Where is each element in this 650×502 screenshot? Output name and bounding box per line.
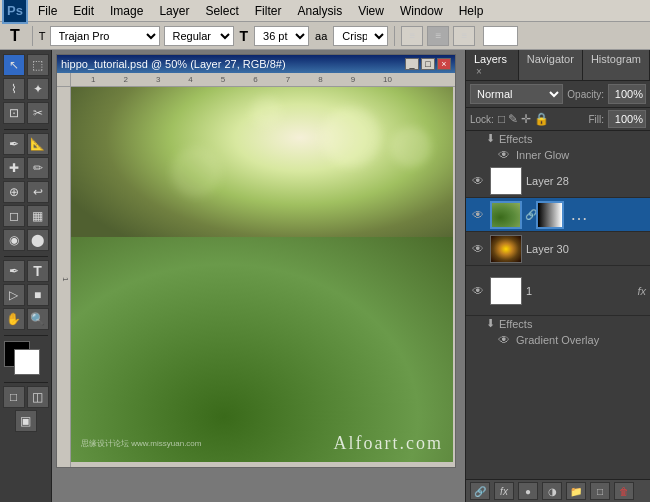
layer-30-visibility[interactable]: 👁	[470, 241, 486, 257]
menu-select[interactable]: Select	[197, 2, 246, 20]
path-select-tool[interactable]: ▷	[3, 284, 25, 306]
blur-tool[interactable]: ◉	[3, 229, 25, 251]
quick-select-tool[interactable]: ✦	[27, 78, 49, 100]
inner-glow-effect[interactable]: 👁 Inner Glow	[466, 146, 650, 164]
tool-row-9: ✒ T	[3, 260, 49, 282]
clone-tool[interactable]: ⊕	[3, 181, 25, 203]
blend-mode-select[interactable]: Normal	[470, 84, 563, 104]
maximize-button[interactable]: □	[421, 58, 435, 70]
vertical-ruler: 123456789101112	[57, 87, 71, 467]
ruler-tool[interactable]: 📐	[27, 133, 49, 155]
new-layer-button[interactable]: □	[590, 482, 610, 500]
menu-image[interactable]: Image	[102, 2, 151, 20]
menu-window[interactable]: Window	[392, 2, 451, 20]
tool-row-3: ⊡ ✂	[3, 102, 49, 124]
tab-navigator[interactable]: Navigator	[519, 50, 583, 80]
menu-view[interactable]: View	[350, 2, 392, 20]
heal-tool[interactable]: ✚	[3, 157, 25, 179]
tab-layers[interactable]: Layers ×	[466, 50, 519, 80]
eraser-tool[interactable]: ◻	[3, 205, 25, 227]
zoom-tool[interactable]: 🔍	[27, 308, 49, 330]
canvas-image: 思缘设计论坛 www.missyuan.com Alfoart.com	[71, 87, 453, 462]
move-tool[interactable]: ↖	[3, 54, 25, 76]
tab-layers-close[interactable]: ×	[476, 66, 482, 77]
gradient-overlay-effect[interactable]: 👁 Gradient Overlay	[466, 331, 650, 349]
layer-27-row[interactable]: 👁 🔗 …	[466, 198, 650, 232]
link-layers-button[interactable]: 🔗	[470, 482, 490, 500]
bokeh-1	[321, 107, 381, 167]
crop-tool[interactable]: ⊡	[3, 102, 25, 124]
canvas-area: hippo_tutorial.psd @ 50% (Layer 27, RGB/…	[52, 50, 465, 502]
opacity-input[interactable]	[608, 84, 646, 104]
delete-layer-button[interactable]: 🗑	[614, 482, 634, 500]
layer-1-visibility[interactable]: 👁	[470, 283, 486, 299]
tab-histogram[interactable]: Histogram	[583, 50, 650, 80]
background-color[interactable]	[14, 349, 40, 375]
minimize-button[interactable]: _	[405, 58, 419, 70]
standard-mode[interactable]: □	[3, 386, 25, 408]
ps-logo: Ps	[2, 0, 28, 24]
layer-30-row[interactable]: 👁 Layer 30	[466, 232, 650, 266]
menu-file[interactable]: File	[30, 2, 65, 20]
layers-panel: Layers × Navigator Histogram Normal Opac…	[465, 50, 650, 502]
text-tool-button[interactable]: T	[4, 27, 26, 45]
fill-input[interactable]	[608, 110, 646, 128]
menu-filter[interactable]: Filter	[247, 2, 290, 20]
layer-27-visibility[interactable]: 👁	[470, 207, 486, 223]
font-size-select[interactable]: 36 pt	[254, 26, 309, 46]
blend-mode-row: Normal Opacity:	[466, 81, 650, 108]
orientation-toggle[interactable]: T	[39, 30, 46, 42]
layer-27-more[interactable]: …	[570, 204, 588, 225]
slice-tool[interactable]: ✂	[27, 102, 49, 124]
layer-28-visibility[interactable]: 👁	[470, 173, 486, 189]
font-style-select[interactable]: Regular	[164, 26, 234, 46]
layer-30-name: Layer 30	[526, 243, 646, 255]
eyedropper-tool[interactable]: ✒	[3, 133, 25, 155]
menu-analysis[interactable]: Analysis	[289, 2, 350, 20]
effects-label-bottom: Effects	[499, 318, 532, 330]
tool-sep-3	[4, 335, 48, 336]
lock-position-icon[interactable]: ✛	[521, 112, 531, 126]
gradient-overlay-eye[interactable]: 👁	[496, 332, 512, 348]
layers-footer: 🔗 fx ● ◑ 📁 □ 🗑	[466, 479, 650, 502]
gradient-tool[interactable]: ▦	[27, 205, 49, 227]
ruler-numbers: 12 34 56 78 910	[71, 75, 455, 84]
menu-layer[interactable]: Layer	[151, 2, 197, 20]
align-left-button[interactable]: ≡	[401, 26, 423, 46]
hand-tool[interactable]: ✋	[3, 308, 25, 330]
font-family-select[interactable]: Trajan Pro	[50, 26, 160, 46]
text-tool[interactable]: T	[27, 260, 49, 282]
add-mask-button[interactable]: ●	[518, 482, 538, 500]
separator-1	[32, 26, 33, 46]
menu-help[interactable]: Help	[451, 2, 492, 20]
layer-effects-button[interactable]: fx	[494, 482, 514, 500]
lock-all-icon[interactable]: 🔒	[534, 112, 549, 126]
bokeh-4	[171, 147, 221, 197]
layer-28-name: Layer 28	[526, 175, 646, 187]
adjustment-layer-button[interactable]: ◑	[542, 482, 562, 500]
align-right-button[interactable]: ≡	[453, 26, 475, 46]
shape-tool[interactable]: ■	[27, 284, 49, 306]
quick-mask[interactable]: ◫	[27, 386, 49, 408]
menu-edit[interactable]: Edit	[65, 2, 102, 20]
anti-alias-select[interactable]: Crisp	[333, 26, 388, 46]
close-button[interactable]: ×	[437, 58, 451, 70]
screen-mode[interactable]: ▣	[15, 410, 37, 432]
new-group-button[interactable]: 📁	[566, 482, 586, 500]
marquee-tool[interactable]: ⬚	[27, 54, 49, 76]
lock-transparent-icon[interactable]: □	[498, 112, 505, 126]
history-brush[interactable]: ↩	[27, 181, 49, 203]
lock-pixels-icon[interactable]: ✎	[508, 112, 518, 126]
layer-28-row[interactable]: 👁 Layer 28	[466, 164, 650, 198]
layer-27-thumb-image	[492, 203, 520, 227]
text-color-swatch[interactable]	[483, 26, 518, 46]
lasso-tool[interactable]: ⌇	[3, 78, 25, 100]
inner-glow-eye[interactable]: 👁	[496, 147, 512, 163]
tool-row-7: ◻ ▦	[3, 205, 49, 227]
pen-tool[interactable]: ✒	[3, 260, 25, 282]
brush-tool[interactable]: ✏	[27, 157, 49, 179]
align-center-button[interactable]: ≡	[427, 26, 449, 46]
watermark-site: 思缘设计论坛 www.missyuan.com	[81, 438, 201, 449]
dodge-tool[interactable]: ⬤	[27, 229, 49, 251]
layer-1-row[interactable]: 👁 1 fx	[466, 266, 650, 316]
